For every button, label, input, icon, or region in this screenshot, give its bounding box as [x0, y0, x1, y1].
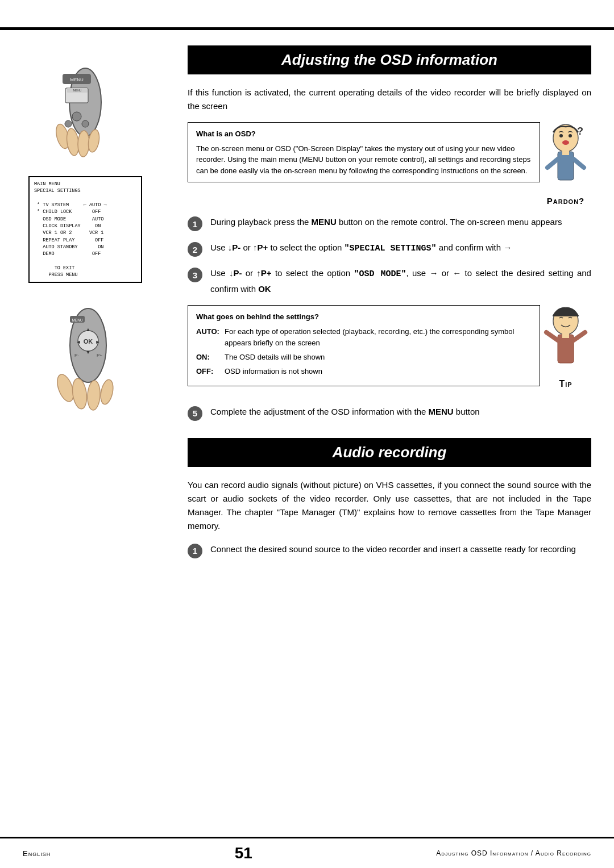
- left-sidebar: MENU MENU MAIN MENU SPECIAL SETTINGS * T…: [0, 34, 171, 834]
- settings-key-on: ON:: [196, 352, 219, 364]
- step-5-text: Complete the adjustment of the OSD infor…: [210, 404, 591, 419]
- pardon-figure: ? Pardon?: [540, 122, 591, 206]
- step-2-number: 2: [188, 242, 202, 257]
- tip-area: What goes on behind the settings? AUTO: …: [188, 305, 591, 395]
- footer-page-number: 51: [235, 844, 252, 862]
- main-content: Adjusting the OSD information If this fu…: [171, 34, 614, 834]
- svg-point-30: [569, 134, 572, 137]
- svg-text:OK: OK: [84, 338, 93, 345]
- svg-text:◄: ◄: [76, 339, 81, 345]
- svg-text:MENU: MENU: [72, 318, 82, 322]
- menu-screen-display: MAIN MENU SPECIAL SETTINGS * TV SYSTEM ←…: [28, 176, 142, 283]
- step-3-text: Use ↓P- or ↑P+ to select the option "OSD…: [210, 266, 591, 296]
- settings-row-on: ON: The OSD details will be shown: [196, 352, 532, 364]
- svg-line-33: [547, 159, 558, 168]
- step-3-number: 3: [188, 268, 202, 282]
- svg-line-40: [574, 332, 585, 340]
- settings-row-off: OFF: OSD information is not shown: [196, 366, 532, 378]
- section2-header: Audio recording: [188, 438, 591, 467]
- svg-text:▼: ▼: [86, 349, 91, 355]
- section1-intro: If this function is activated, the curre…: [188, 86, 591, 113]
- remote-control-top: MENU MENU: [51, 57, 119, 159]
- tip-label-text: Tip: [559, 379, 572, 389]
- step-2: 2 Use ↓P- or ↑P+ to select the option "S…: [188, 240, 591, 257]
- pardon-info-box: What is an OSD? The on-screen menu or OS…: [188, 122, 540, 191]
- svg-rect-38: [558, 335, 574, 363]
- section2-title: Audio recording: [333, 444, 447, 461]
- settings-key-off: OFF:: [196, 366, 219, 378]
- step-1-number: 1: [188, 216, 202, 231]
- section1-header: Adjusting the OSD information: [188, 45, 591, 74]
- osd-info-title: What is an OSD?: [196, 128, 532, 140]
- svg-rect-41: [562, 332, 569, 338]
- svg-text:MENU: MENU: [73, 89, 82, 92]
- svg-text:▲: ▲: [86, 327, 91, 332]
- settings-val-on: The OSD details will be shown: [225, 352, 532, 364]
- settings-info-title: What goes on behind the settings?: [196, 311, 532, 323]
- menu-screen-text: MAIN MENU SPECIAL SETTINGS * TV SYSTEM ←…: [34, 181, 136, 278]
- settings-val-off: OSD information is not shown: [225, 366, 532, 378]
- svg-point-6: [82, 120, 89, 127]
- step-5: 5 Complete the adjustment of the OSD inf…: [188, 404, 591, 421]
- osd-info-box: What is an OSD? The on-screen menu or OS…: [188, 122, 540, 182]
- osd-info-text: The on-screen menu or OSD ("On-Screen Di…: [196, 143, 532, 177]
- step-5-number: 5: [188, 406, 202, 421]
- svg-point-27: [99, 379, 115, 406]
- step-1: 1 During playback press the MENU button …: [188, 215, 591, 231]
- top-border: [0, 27, 614, 30]
- settings-row-auto: AUTO: For each type of operation selecte…: [196, 326, 532, 350]
- settings-val-auto: For each type of operation selected (pla…: [225, 326, 532, 350]
- svg-point-31: [562, 140, 569, 145]
- svg-point-26: [87, 381, 101, 411]
- section1-title: Adjusting the OSD information: [281, 51, 497, 68]
- remote-control-bottom: OK ▲ ▼ ◄ ► MENU P- P+: [48, 300, 122, 414]
- step-2-text: Use ↓P- or ↑P+ to select the option "SPE…: [210, 240, 591, 256]
- settings-info-box: What goes on behind the settings? AUTO: …: [188, 305, 540, 386]
- svg-point-29: [559, 134, 563, 137]
- svg-rect-35: [562, 149, 569, 155]
- settings-table: AUTO: For each type of operation selecte…: [196, 326, 532, 378]
- pardon-label-text: Pardon?: [547, 196, 585, 206]
- pardon-area: What is an OSD? The on-screen menu or OS…: [188, 122, 591, 206]
- step-1-text: During playback press the MENU button on…: [210, 215, 591, 229]
- footer-section-title: Adjusting OSD Information / Audio Record…: [436, 849, 591, 857]
- svg-text:?: ?: [577, 126, 583, 137]
- footer: English 51 Adjusting OSD Information / A…: [0, 837, 614, 868]
- svg-text:P-: P-: [74, 353, 79, 358]
- tip-info-box: What goes on behind the settings? AUTO: …: [188, 305, 540, 395]
- section2-step-1-text: Connect the desired sound source to the …: [210, 542, 591, 557]
- svg-point-4: [72, 112, 81, 121]
- svg-point-5: [65, 120, 72, 127]
- step-3: 3 Use ↓P- or ↑P+ to select the option "O…: [188, 266, 591, 296]
- svg-rect-32: [558, 152, 574, 180]
- section2-step-1-number: 1: [188, 544, 202, 558]
- svg-text:MENU: MENU: [70, 77, 84, 82]
- svg-text:►: ►: [96, 339, 101, 345]
- settings-key-auto: AUTO:: [196, 326, 219, 350]
- svg-line-39: [546, 332, 558, 340]
- tip-figure: Tip: [540, 305, 591, 389]
- pardon-label: Pardon?: [547, 196, 585, 206]
- section2-intro: You can record audio signals (without pi…: [188, 478, 591, 533]
- section2-step-1: 1 Connect the desired sound source to th…: [188, 542, 591, 558]
- svg-text:P+: P+: [97, 353, 102, 358]
- footer-language: English: [23, 849, 51, 858]
- svg-line-34: [574, 159, 584, 168]
